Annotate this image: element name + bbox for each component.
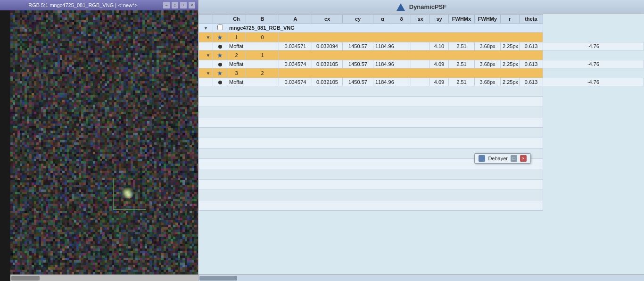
empty-row-7 <box>199 149 644 159</box>
empty-row-3 <box>199 107 644 117</box>
empty-row-4 <box>199 117 644 128</box>
star1-icon: ★ <box>213 33 227 42</box>
header-theta: theta <box>520 15 543 24</box>
empty-row-10 <box>199 180 644 190</box>
star2-model: Moffat <box>227 60 279 68</box>
star1-theta: -4.76 <box>543 42 644 50</box>
star-glow <box>124 191 133 199</box>
header-icon <box>213 15 227 24</box>
star1-cx: 1450.57 <box>343 42 373 50</box>
star3-ch-val: 2 <box>246 68 279 78</box>
minimize-button[interactable]: − <box>163 2 170 8</box>
star3-model: Moffat <box>227 78 279 86</box>
header-sx: sx <box>411 15 430 24</box>
star3-header-row: ▼ ★ 3 2 <box>199 68 644 78</box>
psf-panel: DynamicPSF Ch B A cx cy α δ sx sy FWHMx <box>198 0 644 281</box>
image-titlebar: RGB 5:1 mngc4725_081_RGB_VNG | <*new*> −… <box>0 0 198 10</box>
star1-id: 1 <box>227 33 246 42</box>
star2-alpha <box>392 60 411 68</box>
star2-expand[interactable]: ▼ <box>199 50 213 60</box>
star2-ch-val: 1 <box>246 50 279 60</box>
file-name: mngc4725_081_RGB_VNG <box>227 24 543 33</box>
star3-cy: 1184.96 <box>373 78 392 86</box>
header-ch: Ch <box>227 15 246 24</box>
psf-hscroll-thumb[interactable] <box>199 276 237 281</box>
star3-alpha <box>392 78 411 86</box>
star1-cy: 1184.96 <box>373 42 392 50</box>
header-delta: δ <box>392 15 411 24</box>
psf-title: DynamicPSF <box>409 3 446 10</box>
image-title: RGB 5:1 mngc4725_081_RGB_VNG | <*new*> <box>3 2 163 8</box>
star3-expand[interactable]: ▼ <box>199 68 213 78</box>
debayer-icon <box>479 155 485 162</box>
psf-table-container[interactable]: Ch B A cx cy α δ sx sy FWHMx FWHMy r the… <box>198 14 644 274</box>
debayer-dialog: Debayer □ × <box>474 153 531 164</box>
empty-row-12 <box>199 200 644 211</box>
star3-icon: ★ <box>213 68 227 78</box>
header-cy: cy <box>343 15 373 24</box>
table-body: ▼ mngc4725_081_RGB_VNG ▼ ★ 1 0 Moffat <box>199 24 644 211</box>
header-fwhmy: FWHMy <box>475 15 501 24</box>
star1-fwhmy: 2.25px <box>501 42 520 50</box>
maximize-button[interactable]: + <box>180 2 187 8</box>
star3-A: 0.032105 <box>312 78 343 86</box>
noisy-canvas <box>10 10 198 281</box>
star1-A: 0.032094 <box>312 42 343 50</box>
psf-table: Ch B A cx cy α δ sx sy FWHMx FWHMy r the… <box>198 14 644 211</box>
table-header-row: Ch B A cx cy α δ sx sy FWHMx FWHMy r the… <box>199 15 644 24</box>
star1-expand[interactable]: ▼ <box>199 33 213 42</box>
star1-alpha <box>392 42 411 50</box>
star3-fwhmy: 2.25px <box>501 78 520 86</box>
debayer-minimize-button[interactable]: □ <box>511 155 517 162</box>
star2-cy: 1184.96 <box>373 60 392 68</box>
star1-delta <box>411 42 430 50</box>
psf-titlebar: DynamicPSF <box>198 0 644 14</box>
star2-sx: 4.09 <box>430 60 449 68</box>
header-alpha: α <box>373 15 392 24</box>
header-a: A <box>279 15 312 24</box>
empty-row-11 <box>199 190 644 200</box>
header-expand <box>199 15 213 24</box>
star3-fwhmx: 3.68px <box>475 78 501 86</box>
star1-model: Moffat <box>227 42 279 50</box>
empty-row-5 <box>199 128 644 138</box>
header-fwhmx: FWHMx <box>449 15 475 24</box>
file-expand[interactable]: ▼ <box>199 24 213 33</box>
star3-sy: 2.51 <box>449 78 475 86</box>
header-b: B <box>246 15 279 24</box>
star1-r: 0.613 <box>520 42 543 50</box>
star2-data-row: Moffat 0.034574 0.032105 1450.57 1184.96… <box>199 60 644 68</box>
psf-hscroll[interactable] <box>198 274 644 281</box>
star3-data-row: Moffat 0.034574 0.032105 1450.57 1184.96… <box>199 78 644 86</box>
image-hscroll[interactable] <box>10 274 198 281</box>
star2-A: 0.032105 <box>312 60 343 68</box>
star3-theta: -4.76 <box>543 78 644 86</box>
debayer-close-button[interactable]: × <box>520 155 527 162</box>
header-cx: cx <box>312 15 343 24</box>
star2-icon: ★ <box>213 50 227 60</box>
debayer-label: Debayer <box>488 156 508 161</box>
image-panel: RGB 5:1 mngc4725_081_RGB_VNG | <*new*> −… <box>0 0 198 281</box>
empty-row-9 <box>199 169 644 180</box>
star2-cx: 1450.57 <box>343 60 373 68</box>
star1-B: 0.034571 <box>279 42 312 50</box>
empty-row-6 <box>199 138 644 149</box>
image-hscroll-thumb[interactable] <box>11 276 40 281</box>
file-row: ▼ mngc4725_081_RGB_VNG <box>199 24 644 33</box>
star3-r: 0.613 <box>520 78 543 86</box>
star1-data-row: Moffat 0.034571 0.032094 1450.57 1184.96… <box>199 42 644 50</box>
star2-delta <box>411 60 430 68</box>
star1-header-row: ▼ ★ 1 0 <box>199 33 644 42</box>
image-canvas: + <box>0 10 198 281</box>
star1-model-icon <box>213 42 227 50</box>
star2-r: 0.613 <box>520 60 543 68</box>
close-button[interactable]: × <box>189 2 195 8</box>
star2-model-icon <box>213 60 227 68</box>
empty-row-8 <box>199 159 644 169</box>
star2-fwhmy: 2.25px <box>501 60 520 68</box>
file-checkbox[interactable] <box>213 24 227 33</box>
star2-sy: 2.51 <box>449 60 475 68</box>
star2-theta: -4.76 <box>543 60 644 68</box>
restore-button[interactable]: ↕ <box>172 2 178 8</box>
star2-id: 2 <box>227 50 246 60</box>
